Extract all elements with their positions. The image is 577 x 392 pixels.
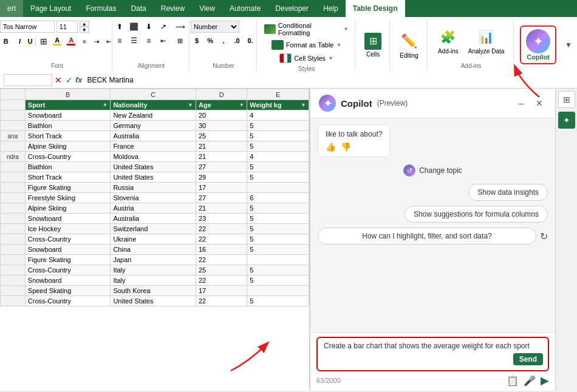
decrease-decimal-btn[interactable]: 0.: [244, 35, 256, 47]
age-cell[interactable]: 21: [196, 152, 247, 162]
weight-filter-arrow[interactable]: ▼: [301, 102, 306, 108]
indent-btn[interactable]: ⇥: [91, 35, 102, 47]
nationality-filter-arrow[interactable]: ▼: [188, 102, 193, 108]
age-cell[interactable]: 22: [196, 296, 247, 306]
strip-copilot-btn[interactable]: ✦: [558, 112, 575, 129]
tab-review[interactable]: Review: [154, 0, 192, 17]
italic-button[interactable]: I: [14, 35, 26, 47]
formula-input[interactable]: [85, 76, 573, 84]
format-as-table-btn[interactable]: Format as Table ▼: [269, 39, 344, 51]
sport-cell[interactable]: Cross-Country: [25, 265, 111, 275]
nationality-cell[interactable]: Ukraine: [111, 234, 196, 245]
weight-cell[interactable]: 5: [247, 214, 309, 224]
weight-cell[interactable]: 5: [247, 141, 309, 152]
align-center-btn[interactable]: ☰: [128, 35, 141, 47]
age-cell[interactable]: 17: [196, 183, 247, 193]
age-cell[interactable]: 17: [196, 286, 247, 296]
name-box-input[interactable]: [4, 74, 52, 86]
show-data-insights-btn[interactable]: Show data insights: [468, 184, 548, 201]
nationality-cell[interactable]: Italy: [111, 275, 196, 286]
weight-cell[interactable]: 5: [247, 131, 309, 141]
col-header-c[interactable]: C: [111, 89, 196, 100]
bold-button[interactable]: B: [0, 35, 12, 47]
font-size-input[interactable]: [56, 21, 78, 33]
weight-cell[interactable]: 5: [247, 275, 309, 286]
sport-cell[interactable]: Freestyle Skiing: [25, 193, 111, 203]
weight-cell[interactable]: 5: [247, 224, 309, 234]
nationality-cell[interactable]: Japan: [111, 255, 196, 265]
currency-btn[interactable]: $: [191, 35, 203, 47]
merge-btn[interactable]: ⊞: [171, 35, 189, 47]
col-header-b[interactable]: B: [25, 89, 111, 100]
weight-cell[interactable]: 5: [247, 296, 309, 306]
sport-cell[interactable]: Snowboard: [25, 245, 111, 255]
sport-cell[interactable]: Biathlon: [25, 162, 111, 172]
nationality-cell[interactable]: Australia: [111, 214, 196, 224]
percent-btn[interactable]: %: [204, 35, 216, 47]
nationality-cell[interactable]: China: [111, 245, 196, 255]
nationality-cell[interactable]: Switzerland: [111, 224, 196, 234]
nationality-cell[interactable]: Moldova: [111, 152, 196, 162]
tab-developer[interactable]: Developer: [268, 0, 316, 17]
age-cell[interactable]: 30: [196, 121, 247, 131]
font-color-button[interactable]: A: [65, 35, 77, 47]
align-top-btn[interactable]: ⬆: [113, 21, 126, 33]
mic-btn[interactable]: 🎤: [524, 375, 536, 387]
nationality-cell[interactable]: France: [111, 141, 196, 152]
age-cell[interactable]: 25: [196, 131, 247, 141]
analyze-data-btn[interactable]: 📊 Analyze Data: [465, 24, 507, 58]
nationality-cell[interactable]: Austria: [111, 203, 196, 214]
cancel-formula-btn[interactable]: ✕: [55, 75, 62, 85]
sport-cell[interactable]: Speed Skating: [25, 286, 111, 296]
wrap-text-btn[interactable]: ≡: [79, 35, 90, 47]
confirm-formula-btn[interactable]: ✓: [66, 75, 73, 85]
weight-cell[interactable]: 6: [247, 193, 309, 203]
copilot-minimize-btn[interactable]: –: [514, 96, 528, 110]
sport-cell[interactable]: Snowboard: [25, 110, 111, 121]
age-header-cell[interactable]: Age ▼: [196, 100, 247, 110]
attach-btn[interactable]: 📋: [507, 375, 519, 387]
ribbon-expand-btn[interactable]: ▼: [562, 19, 575, 70]
editing-btn[interactable]: ✏️ Editing: [397, 29, 422, 62]
number-format-select[interactable]: Number: [191, 21, 239, 33]
submit-btn[interactable]: ▶: [541, 374, 549, 387]
weight-cell[interactable]: 5: [247, 203, 309, 214]
addins-btn[interactable]: 🧩 Add-ins: [435, 24, 462, 58]
font-increase-btn[interactable]: ▲: [80, 21, 89, 27]
tab-help[interactable]: Help: [316, 0, 346, 17]
sport-cell[interactable]: Snowboard: [25, 214, 111, 224]
nationality-cell[interactable]: Italy: [111, 265, 196, 275]
age-cell[interactable]: 27: [196, 162, 247, 172]
comma-btn[interactable]: ,: [217, 35, 230, 47]
weight-cell[interactable]: 5: [247, 121, 309, 131]
tab-formulas[interactable]: Formulas: [78, 0, 123, 17]
age-cell[interactable]: 20: [196, 110, 247, 121]
weight-cell[interactable]: [247, 255, 309, 265]
nationality-cell[interactable]: Russia: [111, 183, 196, 193]
conditional-formatting-btn[interactable]: Conditional Formatting ▼: [262, 21, 351, 38]
wrap-btn[interactable]: ⟶: [171, 21, 189, 33]
age-cell[interactable]: 25: [196, 265, 247, 275]
tab-page-layout[interactable]: Page Layout: [23, 0, 78, 17]
weight-cell[interactable]: [247, 183, 309, 193]
sport-cell[interactable]: Figure Skating: [25, 183, 111, 193]
weight-cell[interactable]: 4: [247, 152, 309, 162]
sport-cell[interactable]: Figure Skating: [25, 255, 111, 265]
age-filter-arrow[interactable]: ▼: [239, 102, 244, 108]
sport-cell[interactable]: Short Track: [25, 131, 111, 141]
age-cell[interactable]: 16: [196, 245, 247, 255]
align-bottom-btn[interactable]: ⬇: [142, 21, 155, 33]
age-cell[interactable]: 23: [196, 214, 247, 224]
highlight-filter-sort-btn[interactable]: How can I highlight, filter, and sort da…: [318, 228, 536, 245]
copilot-button[interactable]: ✦ Copilot: [521, 27, 555, 63]
age-cell[interactable]: 22: [196, 255, 247, 265]
col-header-d[interactable]: D: [196, 89, 247, 100]
nationality-cell[interactable]: United States: [111, 162, 196, 172]
tab-view[interactable]: View: [192, 0, 222, 17]
sport-filter-arrow[interactable]: ▼: [102, 102, 108, 108]
sport-cell[interactable]: Snowboard: [25, 275, 111, 286]
nationality-cell[interactable]: United States: [111, 172, 196, 183]
align-left-btn[interactable]: ≡: [113, 35, 126, 47]
col-header-e[interactable]: E: [247, 89, 309, 100]
weight-cell[interactable]: 5: [247, 234, 309, 245]
